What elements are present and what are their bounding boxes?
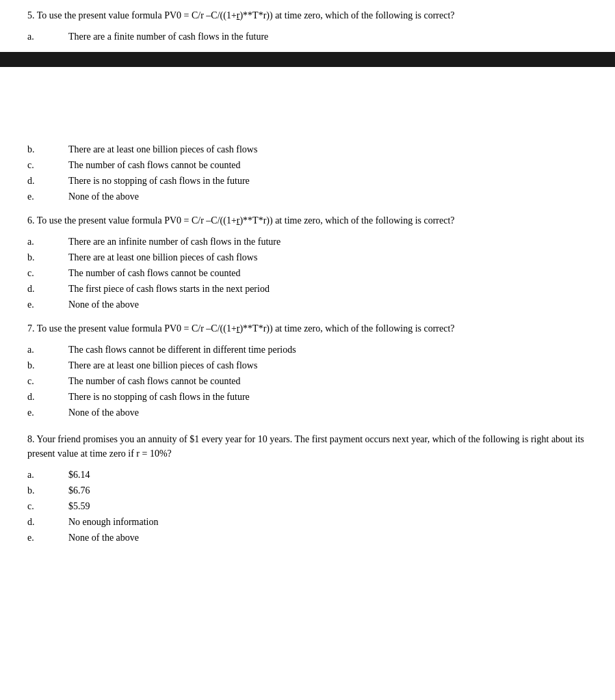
q6-text-b: There are at least one billion pieces of… — [68, 250, 257, 265]
q7-number: 7. — [27, 323, 37, 334]
q5-letter-d: d. — [27, 174, 68, 188]
q7-text-e: None of the above — [68, 405, 139, 420]
q8-answer-a: a. $6.14 — [27, 468, 588, 482]
q5-answers-remaining: b. There are at least one billion pieces… — [27, 142, 588, 204]
q6-text-a: There are an infinite number of cash flo… — [68, 234, 280, 249]
q8-text-e: None of the above — [68, 530, 139, 545]
q7-answer-a: a. The cash flows cannot be different in… — [27, 342, 588, 357]
main-content: b. There are at least one billion pieces… — [0, 67, 615, 557]
q8-answer-d: d. No enough information — [27, 515, 588, 529]
q5-letter-c: c. — [27, 158, 68, 172]
q8-answers: a. $6.14 b. $6.76 c. $5.59 d. No enough … — [27, 468, 588, 545]
q8-letter-a: a. — [27, 468, 68, 482]
q6-letter-a: a. — [27, 234, 68, 249]
q7-letter-e: e. — [27, 405, 68, 420]
q5-text-a: There are a finite number of cash flows … — [68, 29, 268, 44]
q8-answer-c: c. $5.59 — [27, 499, 588, 513]
q7-answer-e: e. None of the above — [27, 405, 588, 420]
q7-answer-b: b. There are at least one billion pieces… — [27, 358, 588, 373]
q8-number: 8. — [27, 434, 36, 444]
q5-answer-e: e. None of the above — [27, 189, 588, 204]
q5-title: 5. To use the present value formula PV0 … — [27, 8, 588, 23]
q5-answer-d: d. There is no stopping of cash flows in… — [27, 174, 588, 188]
q7-text-a: The cash flows cannot be different in di… — [68, 342, 296, 357]
q7-text-b: There are at least one billion pieces of… — [68, 358, 257, 373]
q8-text-d: No enough information — [68, 515, 158, 529]
q8-letter-d: d. — [27, 515, 68, 529]
q8-section: 8. Your friend promises you an annuity o… — [27, 432, 588, 545]
q8-text-c: $5.59 — [68, 499, 90, 513]
q5-intro: To use the present value formula PV0 = C… — [37, 10, 237, 21]
q5-letter-b: b. — [27, 142, 68, 157]
q7-middle: )**T*r)) at time zero, which of the foll… — [239, 323, 454, 334]
q8-title: 8. Your friend promises you an annuity o… — [27, 432, 588, 461]
q8-text-b: $6.76 — [68, 483, 90, 498]
q7-title: 7. To use the present value formula PV0 … — [27, 321, 588, 336]
q6-letter-c: c. — [27, 266, 68, 280]
q8-letter-b: b. — [27, 483, 68, 498]
q5-middle: )**T*r)) at time zero, which of the foll… — [239, 10, 454, 21]
q6-text-e: None of the above — [68, 297, 139, 312]
q5-number: 5. — [27, 10, 37, 21]
q8-text: Your friend promises you an annuity of $… — [27, 434, 584, 459]
q6-letter-b: b. — [27, 250, 68, 265]
q5-answer-c: c. The number of cash flows cannot be co… — [27, 158, 588, 172]
q6-section: 6. To use the present value formula PV0 … — [27, 213, 588, 312]
q6-answer-e: e. None of the above — [27, 297, 588, 312]
q8-answer-e: e. None of the above — [27, 530, 588, 545]
q6-text-c: The number of cash flows cannot be count… — [68, 266, 241, 280]
q7-answer-c: c. The number of cash flows cannot be co… — [27, 374, 588, 388]
q8-answer-b: b. $6.76 — [27, 483, 588, 498]
q6-title: 6. To use the present value formula PV0 … — [27, 213, 588, 228]
q5-section-top: 5. To use the present value formula PV0 … — [0, 0, 615, 52]
dark-bar — [0, 52, 615, 67]
q5-letter-a: a. — [27, 29, 68, 44]
q7-section: 7. To use the present value formula PV0 … — [27, 321, 588, 420]
q5-answer-b: b. There are at least one billion pieces… — [27, 142, 588, 157]
page: 5. To use the present value formula PV0 … — [0, 0, 615, 700]
q6-answer-c: c. The number of cash flows cannot be co… — [27, 266, 588, 280]
q6-letter-d: d. — [27, 282, 68, 296]
q5-answer-a: a. There are a finite number of cash flo… — [27, 29, 588, 44]
q6-answer-d: d. The first piece of cash flows starts … — [27, 282, 588, 296]
q7-letter-d: d. — [27, 390, 68, 404]
q7-answer-d: d. There is no stopping of cash flows in… — [27, 390, 588, 404]
q8-letter-e: e. — [27, 530, 68, 545]
q5-answer-a-list: a. There are a finite number of cash flo… — [27, 29, 588, 44]
q6-text-d: The first piece of cash flows starts in … — [68, 282, 270, 296]
q6-letter-e: e. — [27, 297, 68, 312]
q5-letter-e: e. — [27, 189, 68, 204]
q7-text-c: The number of cash flows cannot be count… — [68, 374, 241, 388]
q6-number: 6. — [27, 215, 37, 226]
spacer — [27, 74, 588, 142]
q7-letter-a: a. — [27, 342, 68, 357]
q6-middle: )**T*r)) at time zero, which of the foll… — [239, 215, 454, 226]
q5-text-b: There are at least one billion pieces of… — [68, 142, 257, 157]
q7-letter-c: c. — [27, 374, 68, 388]
q6-answer-a: a. There are an infinite number of cash … — [27, 234, 588, 249]
q6-answer-b: b. There are at least one billion pieces… — [27, 250, 588, 265]
q7-answers: a. The cash flows cannot be different in… — [27, 342, 588, 420]
q6-intro: To use the present value formula PV0 = C… — [37, 215, 237, 226]
q8-text-a: $6.14 — [68, 468, 90, 482]
q8-letter-c: c. — [27, 499, 68, 513]
q5-text-c: The number of cash flows cannot be count… — [68, 158, 241, 172]
q5-text-e: None of the above — [68, 189, 139, 204]
q7-letter-b: b. — [27, 358, 68, 373]
q5-text-d: There is no stopping of cash flows in th… — [68, 174, 250, 188]
q7-intro: To use the present value formula PV0 = C… — [37, 323, 237, 334]
q7-text-d: There is no stopping of cash flows in th… — [68, 390, 250, 404]
q6-answers: a. There are an infinite number of cash … — [27, 234, 588, 312]
